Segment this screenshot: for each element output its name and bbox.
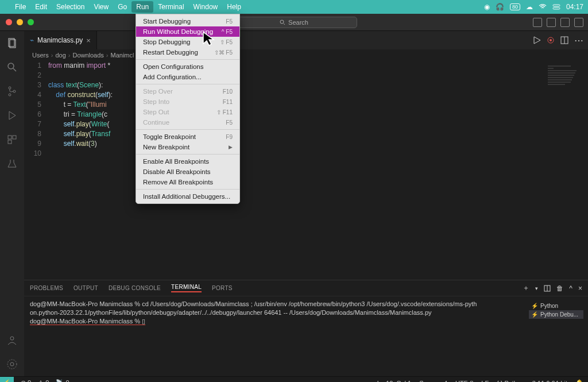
menu-item-continue: ContinueF5: [136, 117, 239, 128]
panel-tab-debug-console[interactable]: DEBUG CONSOLE: [109, 285, 161, 291]
menu-help[interactable]: Help: [222, 1, 246, 13]
menu-item-disable-all-breakpoints[interactable]: Disable All Breakpoints: [136, 167, 239, 177]
svg-rect-0: [553, 5, 560, 6]
code-editor[interactable]: 12345678910 from manim import * class te…: [24, 61, 588, 280]
menu-item-step-over: Step OverF10: [136, 86, 239, 97]
svg-rect-12: [8, 136, 11, 139]
eol[interactable]: LF: [481, 380, 489, 383]
minimize-window[interactable]: [17, 19, 23, 25]
menu-item-toggle-breakpoint[interactable]: Toggle BreakpointF9: [136, 132, 239, 142]
terminal-entry[interactable]: ⚡Python Debu...: [529, 310, 583, 319]
language-mode[interactable]: { } Python: [497, 380, 524, 383]
macos-menubar: FileEditSelectionViewGoRunTerminalWindow…: [0, 0, 588, 14]
control-center-icon[interactable]: [552, 4, 560, 10]
remote-indicator[interactable]: ⚡: [0, 377, 14, 383]
window-controls[interactable]: [6, 19, 34, 25]
python-file-icon: ⌁: [30, 36, 34, 44]
svg-marker-18: [534, 37, 540, 44]
breadcrumbs[interactable]: Users›dog›Downloads›Manimcl: [24, 49, 588, 61]
menu-item-restart-debugging[interactable]: Restart Debugging⇧⌘ F5: [136, 47, 239, 57]
bottom-panel: PROBLEMSOUTPUTDEBUG CONSOLETERMINALPORTS…: [24, 280, 588, 376]
cursor-position[interactable]: Ln 10, Col 1: [377, 380, 411, 383]
terminal-entry[interactable]: ⚡Python: [529, 302, 583, 310]
svg-point-9: [9, 94, 11, 96]
command-center[interactable]: Search: [231, 17, 357, 28]
panel-tabs: PROBLEMSOUTPUTDEBUG CONSOLETERMINALPORTS…: [24, 280, 588, 296]
accounts-icon[interactable]: [6, 334, 18, 346]
menu-item-start-debugging[interactable]: Start DebuggingF5: [136, 16, 239, 26]
svg-point-6: [8, 63, 14, 69]
svg-point-10: [13, 90, 16, 92]
close-tab-icon[interactable]: ×: [86, 36, 91, 45]
menu-file[interactable]: File: [10, 1, 30, 13]
menu-selection[interactable]: Selection: [52, 1, 89, 13]
run-debug-icon[interactable]: [6, 109, 18, 122]
headphones-icon[interactable]: 🎧: [496, 3, 504, 11]
minimap[interactable]: [548, 65, 582, 88]
layout-sidebar-left-icon[interactable]: [533, 18, 542, 27]
python-version[interactable]: 3.11.6 64-bit: [532, 380, 567, 383]
panel-tab-terminal[interactable]: TERMINAL: [171, 284, 202, 292]
debug-record-icon[interactable]: [547, 36, 555, 44]
menu-terminal[interactable]: Terminal: [153, 1, 188, 13]
status-bar: ⚡ ⊘ 0 ⚠ 0 📡 0 Ln 10, Col 1 Spaces: 4 UTF…: [0, 376, 588, 382]
menu-item-open-configurations[interactable]: Open Configurations: [136, 61, 239, 72]
menu-item-remove-all-breakpoints[interactable]: Remove All Breakpoints: [136, 177, 239, 187]
mic-icon[interactable]: ◉: [484, 3, 490, 11]
maximize-panel-icon[interactable]: ^: [569, 284, 572, 292]
menu-item-add-configuration-[interactable]: Add Configuration...: [136, 72, 239, 82]
menu-item-run-without-debugging[interactable]: Run Without Debugging^ F5: [136, 26, 239, 37]
clock[interactable]: 04:17: [566, 3, 583, 11]
ports-count[interactable]: 📡 0: [56, 379, 69, 382]
explorer-icon[interactable]: [6, 37, 18, 49]
panel-tab-output[interactable]: OUTPUT: [74, 285, 98, 291]
menu-go[interactable]: Go: [113, 1, 131, 13]
layout-panel-icon[interactable]: [547, 18, 556, 27]
more-actions-icon[interactable]: ⋯: [574, 35, 583, 46]
extensions-icon[interactable]: [6, 133, 18, 146]
panel-tab-ports[interactable]: PORTS: [212, 285, 233, 291]
split-editor-icon[interactable]: [560, 36, 568, 44]
notifications-icon[interactable]: 🔔: [575, 379, 583, 382]
testing-icon[interactable]: [6, 157, 18, 170]
close-window[interactable]: [6, 19, 12, 25]
window-titlebar: Search: [0, 14, 588, 31]
battery-icon[interactable]: 80: [510, 3, 520, 10]
split-terminal-icon[interactable]: [544, 285, 551, 292]
close-panel-icon[interactable]: ×: [578, 284, 582, 292]
menu-item-new-breakpoint[interactable]: New Breakpoint▶: [136, 142, 239, 152]
terminal-dropdown-icon[interactable]: ▾: [535, 285, 538, 291]
encoding[interactable]: UTF-8: [455, 380, 473, 383]
terminal-output[interactable]: dog@MM-MacBook-Pro Manimclass % cd /User…: [24, 296, 588, 376]
cloud-icon[interactable]: ☁: [526, 3, 533, 11]
menu-item-install-additional-debuggers-[interactable]: Install Additional Debuggers...: [136, 191, 239, 202]
menu-edit[interactable]: Edit: [30, 1, 52, 13]
settings-gear-icon[interactable]: [6, 358, 18, 371]
mouse-cursor: [202, 31, 216, 47]
new-terminal-icon[interactable]: ＋: [523, 283, 529, 293]
zoom-window[interactable]: [28, 19, 34, 25]
panel-tab-problems[interactable]: PROBLEMS: [30, 285, 63, 291]
menu-window[interactable]: Window: [189, 1, 223, 13]
svg-point-8: [9, 87, 11, 89]
kill-terminal-icon[interactable]: 🗑: [556, 284, 563, 292]
menu-item-enable-all-breakpoints[interactable]: Enable All Breakpoints: [136, 156, 239, 167]
svg-point-16: [10, 362, 14, 366]
layout-sidebar-right-icon[interactable]: [560, 18, 570, 27]
menu-run[interactable]: Run: [131, 1, 153, 13]
search-icon[interactable]: [6, 61, 18, 74]
errors-count[interactable]: ⊘ 0: [21, 379, 31, 382]
layout-customize-icon[interactable]: [574, 18, 583, 27]
indentation[interactable]: Spaces: 4: [419, 380, 447, 383]
file-tab[interactable]: ⌁ Manimclass.py ×: [24, 31, 97, 49]
svg-point-20: [550, 39, 552, 41]
run-play-icon[interactable]: [533, 36, 541, 44]
menu-item-step-into: Step IntoF11: [136, 97, 239, 107]
code-lines[interactable]: from manim import * class text(Scene): d…: [48, 61, 113, 280]
wifi-icon[interactable]: [539, 4, 547, 10]
menu-item-step-out: Step Out⇧ F11: [136, 107, 239, 117]
menu-item-stop-debugging[interactable]: Stop Debugging⇧ F5: [136, 37, 239, 47]
warnings-count[interactable]: ⚠ 0: [38, 379, 49, 382]
source-control-icon[interactable]: [6, 85, 18, 98]
menu-view[interactable]: View: [89, 1, 113, 13]
